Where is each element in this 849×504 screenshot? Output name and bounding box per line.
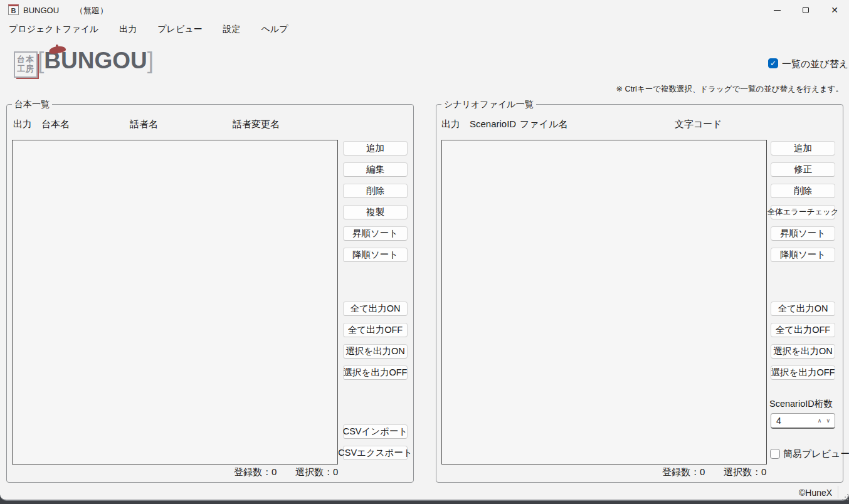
minimize-button[interactable] [762, 0, 791, 20]
scenario-col-output: 出力 [441, 118, 460, 130]
script-col-speaker-rename: 話者変更名 [233, 118, 280, 130]
menu-help[interactable]: ヘルプ [261, 24, 288, 35]
scenario-id-digits-value[interactable]: 4 [771, 416, 818, 426]
scenario-delete-button[interactable]: 削除 [771, 184, 835, 198]
copyright-text: ©HuneX [799, 488, 832, 498]
sort-checkbox[interactable]: ✓ [768, 58, 778, 68]
scenario-registered-label: 登録数： [662, 466, 700, 477]
script-groupbox-title: 台本一覧 [12, 99, 52, 110]
scenario-add-button[interactable]: 追加 [771, 141, 835, 155]
simple-preview-checkbox[interactable] [770, 449, 780, 459]
scenario-col-charcode: 文字コード [675, 118, 722, 130]
script-listbox[interactable] [12, 140, 338, 465]
maximize-icon [803, 7, 809, 13]
app-icon: B [8, 4, 19, 15]
script-edit-button[interactable]: 編集 [343, 162, 408, 177]
logo-bracket-close: ] [147, 48, 154, 73]
script-selected-count: 選択数：0 [295, 466, 338, 478]
stamp-line1: 台本 [17, 55, 34, 65]
script-selection-output-off-button[interactable]: 選択を出力OFF [343, 365, 408, 380]
spin-up-icon[interactable]: ∧ [818, 417, 822, 424]
logo-bracket-open: [ [38, 48, 44, 73]
maximize-button[interactable] [791, 0, 820, 20]
app-window: B BUNGOU（無題） ✕ プロジェクトファイル 出力 プレビュー 設定 ヘル… [0, 0, 849, 501]
scenario-registered-value: 0 [700, 466, 705, 477]
script-selected-label: 選択数： [295, 466, 333, 477]
scenario-error-check-button[interactable]: 全体エラーチェック [771, 205, 835, 219]
scenario-selected-count: 選択数：0 [724, 466, 766, 478]
sort-checkbox-label[interactable]: 一覧の並び替え [782, 58, 848, 70]
minimize-icon [774, 10, 781, 11]
scenario-all-output-off-button[interactable]: 全て出力OFF [771, 323, 835, 337]
scenario-col-filename: ファイル名 [520, 118, 567, 130]
script-csv-import-button[interactable]: CSVインポート [343, 424, 408, 439]
menu-preview[interactable]: プレビュー [157, 24, 202, 35]
script-col-name: 台本名 [41, 118, 70, 130]
menubar: プロジェクトファイル 出力 プレビュー 設定 ヘルプ [0, 20, 849, 39]
scenario-sort-desc-button[interactable]: 降順ソート [771, 248, 835, 262]
scenario-sort-asc-button[interactable]: 昇順ソート [771, 226, 835, 241]
menu-output[interactable]: 出力 [119, 24, 137, 35]
scenario-registered-count: 登録数：0 [662, 466, 705, 478]
script-sort-asc-button[interactable]: 昇順ソート [343, 226, 408, 241]
scenario-all-output-on-button[interactable]: 全て出力ON [771, 302, 835, 316]
menu-project-file[interactable]: プロジェクトファイル [9, 24, 98, 35]
spin-down-icon[interactable]: ∨ [826, 417, 830, 424]
document-title: （無題） [75, 6, 108, 15]
window-title: BUNGOU（無題） [23, 5, 108, 16]
script-all-output-off-button[interactable]: 全て出力OFF [343, 323, 408, 337]
script-add-button[interactable]: 追加 [343, 141, 408, 155]
close-button[interactable]: ✕ [820, 0, 849, 20]
scenario-id-digits-label: ScenarioID桁数 [769, 398, 833, 410]
scenario-listbox[interactable] [441, 140, 767, 465]
script-csv-export-button[interactable]: CSVエクスポート [343, 446, 408, 460]
script-delete-button[interactable]: 削除 [343, 184, 408, 198]
script-list-groupbox: 台本一覧 出力 台本名 話者名 話者変更名 追加 編集 削除 複製 昇順ソート … [6, 104, 414, 483]
script-registered-count: 登録数：0 [234, 466, 277, 478]
scenario-selection-output-on-button[interactable]: 選択を出力ON [771, 344, 835, 359]
logo-stamp: 台本 工房 [14, 51, 38, 78]
scenario-selection-output-off-button[interactable]: 選択を出力OFF [771, 365, 835, 380]
script-selection-output-on-button[interactable]: 選択を出力ON [343, 344, 408, 359]
scenario-groupbox-title: シナリオファイル一覧 [441, 99, 536, 110]
script-registered-value: 0 [272, 466, 277, 477]
script-duplicate-button[interactable]: 複製 [343, 205, 408, 219]
script-col-output: 出力 [13, 118, 32, 130]
menu-settings[interactable]: 設定 [223, 24, 241, 35]
check-icon: ✓ [770, 59, 776, 68]
script-col-speaker: 話者名 [130, 118, 158, 130]
simple-preview-checkbox-label[interactable]: 簡易プレビュー [783, 448, 849, 460]
script-sort-desc-button[interactable]: 降順ソート [343, 248, 408, 262]
close-icon: ✕ [831, 5, 838, 15]
stamp-line2: 工房 [17, 65, 34, 74]
scenario-id-digits-spinner[interactable]: 4 ∧ ∨ [771, 413, 835, 429]
scenario-selected-value: 0 [761, 466, 766, 477]
scenario-list-groupbox: シナリオファイル一覧 出力 ScenarioID ファイル名 文字コード 追加 … [436, 104, 843, 483]
scenario-fix-button[interactable]: 修正 [771, 162, 835, 177]
resize-grip-icon[interactable] [841, 493, 848, 500]
script-registered-label: 登録数： [234, 466, 272, 477]
statusbar-separator [838, 486, 838, 498]
script-selected-value: 0 [333, 466, 338, 477]
scenario-selected-label: 選択数： [724, 466, 761, 477]
scenario-col-scenario-id: ScenarioID [470, 118, 516, 129]
titlebar: B BUNGOU（無題） ✕ [0, 0, 849, 20]
script-all-output-on-button[interactable]: 全て出力ON [343, 302, 408, 316]
app-title: BUNGOU [23, 6, 59, 15]
hint-text: ※ Ctrlキーで複数選択、ドラッグで一覧の並び替えを行えます。 [616, 84, 844, 95]
